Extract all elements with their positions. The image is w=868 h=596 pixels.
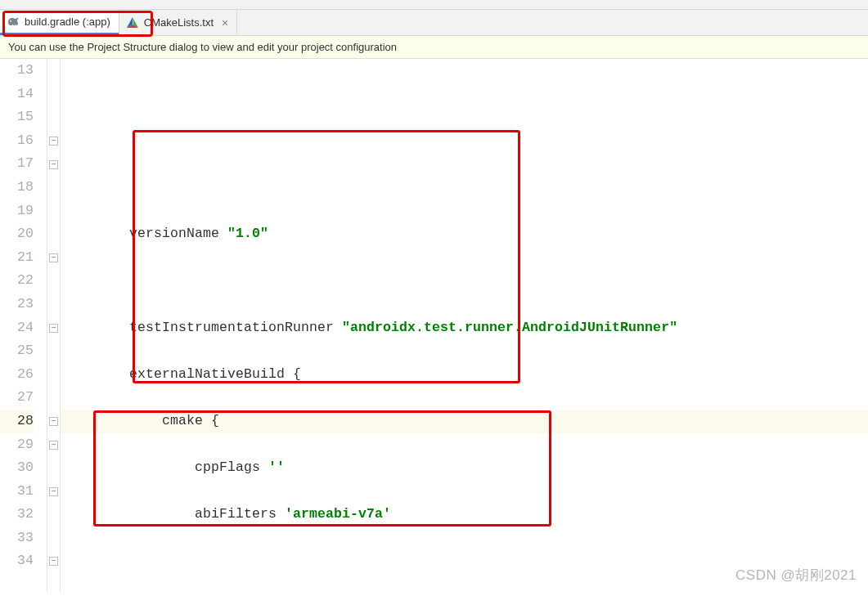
project-structure-hint[interactable]: You can use the Project Structure dialog… [0,36,868,59]
code-line: cmake { [64,410,868,433]
line-number: 32 [0,503,34,527]
line-number: 29 [0,433,34,457]
close-icon[interactable]: × [222,16,228,29]
line-number: 15 [0,105,34,129]
code-line: cppFlags '' [64,456,868,480]
tab-cmakelists[interactable]: CMakeLists.txt × [119,10,237,35]
fold-marker[interactable]: − [49,137,58,146]
line-number: 26 [0,363,34,387]
line-number: 14 [0,83,34,106]
line-number: 21 [0,246,34,270]
fold-marker[interactable]: − [49,324,58,333]
elephant-icon [7,15,20,28]
line-number: 23 [0,293,34,316]
line-number: 20 [0,222,34,246]
code-line: testInstrumentationRunner "androidx.test… [64,316,868,340]
fold-marker[interactable]: − [49,417,58,426]
line-number: 34 [0,549,34,573]
line-number-gutter: 1314151617181920212223242526272829303132… [0,59,47,593]
code-editor[interactable]: 1314151617181920212223242526272829303132… [0,59,868,593]
tab-build-gradle[interactable]: build.gradle (:app) [0,10,119,35]
code-line [64,269,868,293]
code-line: versionName "1.0" [64,222,868,246]
fold-marker[interactable]: − [49,441,58,450]
code-line: abiFilters 'armeabi-v7a' [64,503,868,527]
code-line: externalNativeBuild { [64,363,868,387]
fold-marker[interactable]: − [49,160,58,169]
cmake-icon [126,16,139,29]
fold-marker[interactable]: − [49,557,58,566]
line-number: 33 [0,527,34,550]
fold-column: − − − − − − − − [47,59,61,593]
fold-marker[interactable]: − [49,487,58,496]
editor-tabs: build.gradle (:app) CMakeLists.txt × [0,10,868,36]
annotation-box-1 [133,130,520,383]
line-number: 18 [0,176,34,199]
line-number: 28 [0,410,34,433]
line-number: 25 [0,339,34,363]
line-number: 30 [0,456,34,480]
line-number: 16 [0,129,34,153]
line-number: 31 [0,480,34,504]
line-number: 19 [0,199,34,223]
line-number: 24 [0,316,34,340]
line-number: 27 [0,386,34,410]
line-number: 13 [0,59,34,83]
svg-point-0 [10,20,11,22]
tab-label: build.gradle (:app) [25,16,110,28]
line-number: 17 [0,152,34,176]
line-number: 22 [0,269,34,293]
toolbar-top [0,0,868,10]
code-line [64,549,868,573]
tab-label: CMakeLists.txt [144,16,214,29]
fold-marker[interactable]: − [49,253,58,262]
info-text: You can use the Project Structure dialog… [8,41,397,53]
code-area[interactable]: versionName "1.0" testInstrumentationRun… [61,59,868,593]
